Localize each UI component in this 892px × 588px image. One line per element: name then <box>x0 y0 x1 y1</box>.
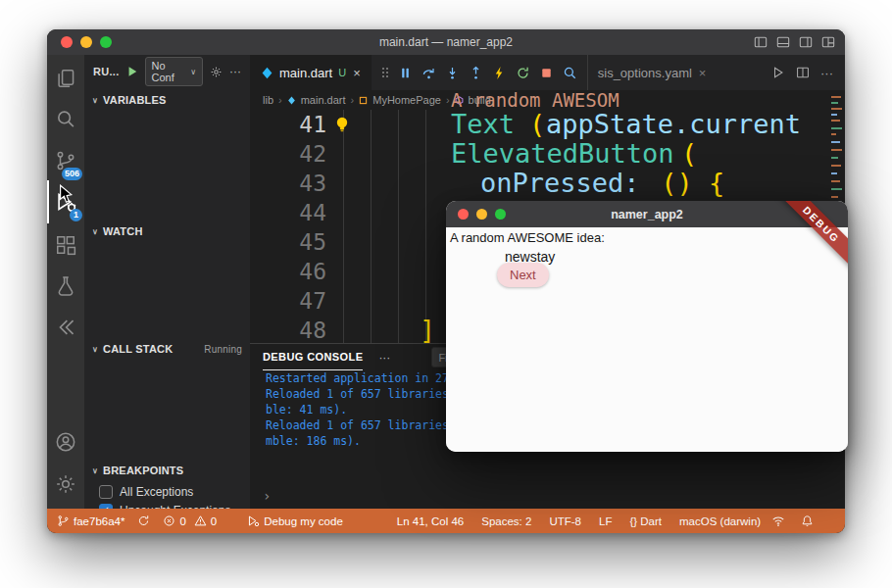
launch-config-dropdown[interactable]: No Conf ∨ <box>145 57 203 86</box>
tab-label: sis_options.yaml <box>598 66 692 80</box>
section-breakpoints[interactable]: ∨ BREAKPOINTS <box>84 461 250 480</box>
step-into-icon[interactable] <box>445 66 460 80</box>
step-over-icon[interactable] <box>421 66 436 80</box>
scm-changes-badge: 506 <box>62 168 82 180</box>
activity-account[interactable] <box>47 420 84 464</box>
activity-explorer[interactable] <box>47 57 84 100</box>
encoding[interactable]: UTF-8 <box>549 515 581 527</box>
dart-file-icon <box>261 67 273 79</box>
activity-testing[interactable] <box>47 265 84 308</box>
close-tab-icon[interactable]: × <box>353 66 361 80</box>
activity-flutter[interactable] <box>47 306 84 349</box>
more-actions-icon[interactable]: ··· <box>820 66 833 80</box>
section-label: BREAKPOINTS <box>103 465 183 476</box>
dart-file-icon <box>287 96 296 105</box>
desktop-background: main.dart — namer_app2 506 1 <box>0 0 892 588</box>
code-token: () { <box>645 169 724 198</box>
eol-sequence[interactable]: LF <box>599 515 612 527</box>
step-out-icon[interactable] <box>469 66 483 80</box>
widget-inspector-icon[interactable] <box>563 66 577 80</box>
breadcrumb-separator: › <box>351 94 355 106</box>
run-debug-header: RU... No Conf ∨ ··· <box>84 55 250 88</box>
toggle-sidebar-icon[interactable] <box>754 35 768 49</box>
class-symbol-icon <box>359 96 368 105</box>
chevron-down-icon: ∨ <box>92 345 98 354</box>
window-title: main.dart — namer_app2 <box>379 35 513 49</box>
code-token: ElevatedButton <box>451 139 674 169</box>
cursor-position[interactable]: Ln 41, Col 46 <box>397 515 464 527</box>
console-input-prompt[interactable]: › <box>263 488 271 504</box>
problems-status[interactable]: 0 0 <box>163 514 217 527</box>
section-watch[interactable]: ∨ WATCH <box>84 221 250 241</box>
clipped-code-line: A random AWESOM <box>451 90 619 110</box>
tab-analysis-options[interactable]: sis_options.yaml × <box>587 55 717 90</box>
split-editor-icon[interactable] <box>796 66 810 79</box>
error-icon <box>163 514 175 527</box>
bell-icon[interactable] <box>801 514 814 527</box>
breadcrumb-item-lib[interactable]: lib <box>263 94 273 106</box>
breadcrumb-item-myhomepage[interactable]: MyHomePage <box>372 94 441 106</box>
code-token: ( <box>529 110 545 139</box>
section-variables[interactable]: ∨ VARIABLES <box>84 90 250 110</box>
toolbar-grip-icon[interactable] <box>381 66 389 79</box>
minimize-window-button[interactable] <box>476 209 487 220</box>
line-number: 41 <box>250 110 326 139</box>
warning-count: 0 <box>211 515 217 527</box>
next-button[interactable]: Next <box>497 263 549 287</box>
fullscreen-window-button[interactable] <box>495 209 506 220</box>
toggle-panel-icon[interactable] <box>776 35 790 49</box>
close-tab-icon[interactable]: × <box>699 66 707 80</box>
breakpoint-label: All Exceptions <box>120 485 193 499</box>
sync-status[interactable] <box>137 514 150 527</box>
status-right-icons <box>771 514 835 527</box>
activity-bar: 506 1 <box>47 55 84 509</box>
call-stack-state: Running <box>204 344 242 355</box>
language-name: Dart <box>640 515 662 527</box>
tab-debug-console[interactable]: DEBUG CONSOLE <box>263 344 363 370</box>
app-content: A random AWESOME idea: newstay Next <box>446 227 848 452</box>
hot-reload-icon[interactable] <box>492 66 507 80</box>
extensions-icon <box>55 234 76 256</box>
chevron-down-icon: ∨ <box>92 96 98 105</box>
activity-source-control[interactable]: 506 <box>47 139 84 182</box>
breadcrumb-item-main-dart[interactable]: main.dart <box>301 94 346 106</box>
language-mode[interactable]: {} Dart <box>629 515 662 527</box>
toggle-secondary-sidebar-icon[interactable] <box>799 35 813 49</box>
customize-layout-icon[interactable] <box>821 35 835 49</box>
restart-icon[interactable] <box>516 66 530 80</box>
pause-icon[interactable] <box>398 66 413 80</box>
configure-gear-icon[interactable] <box>210 66 223 78</box>
lightbulb-icon[interactable] <box>334 116 350 133</box>
git-branch-status[interactable]: fae7b6a4* <box>57 514 124 527</box>
code-token: ] <box>420 316 435 343</box>
close-window-button[interactable] <box>458 209 469 220</box>
more-actions-icon[interactable]: ··· <box>229 65 241 78</box>
account-icon <box>55 431 76 453</box>
debug-config-status[interactable]: Debug my code <box>247 514 343 527</box>
debug-toolbar <box>372 55 587 90</box>
flask-icon <box>55 275 76 297</box>
tab-label: main.dart <box>279 66 332 80</box>
activity-settings[interactable] <box>47 463 84 506</box>
idea-label: A random AWESOME idea: <box>450 230 605 245</box>
os-target[interactable]: macOS (darwin) <box>679 515 761 527</box>
close-window-button[interactable] <box>61 36 73 48</box>
fullscreen-window-button[interactable] <box>100 36 112 48</box>
start-debug-icon[interactable] <box>126 66 138 77</box>
breakpoint-all-exceptions[interactable]: All Exceptions <box>84 482 250 501</box>
more-actions-icon[interactable]: ··· <box>378 351 390 365</box>
activity-extensions[interactable] <box>47 223 84 267</box>
stop-icon[interactable] <box>539 66 554 80</box>
indentation[interactable]: Spaces: 2 <box>481 515 531 527</box>
code-line-42: 42 ElevatedButton ( <box>250 139 828 169</box>
tab-main-dart[interactable]: main.dart U × <box>250 55 372 90</box>
section-call-stack[interactable]: ∨ CALL STACK Running <box>84 339 250 359</box>
activity-search[interactable] <box>47 98 84 141</box>
checkbox-unchecked[interactable] <box>99 485 113 499</box>
minimize-window-button[interactable] <box>80 36 92 48</box>
code-token: onPressed: <box>480 169 640 198</box>
gear-icon <box>55 473 76 495</box>
remote-icon[interactable] <box>771 514 785 527</box>
code-token: appState.current <box>546 110 801 139</box>
run-file-icon[interactable] <box>771 66 785 79</box>
